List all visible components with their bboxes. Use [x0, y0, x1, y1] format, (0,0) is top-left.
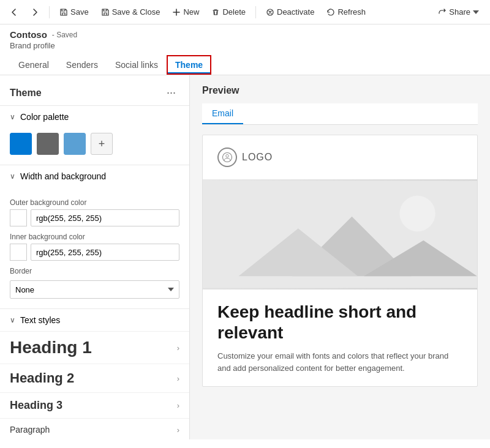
main-content: Theme ··· ∨ Color palette + ∨ Width and …	[0, 75, 490, 439]
paragraph-chevron-icon: ›	[177, 425, 179, 435]
text-styles-section: ∨ Text styles Heading 1 › Heading 2 › He…	[0, 308, 189, 439]
tab-senders[interactable]: Senders	[58, 55, 107, 75]
right-panel: Preview Email LOGO	[190, 75, 490, 439]
panel-menu-button[interactable]: ···	[163, 85, 179, 100]
save-close-button[interactable]: Save & Close	[96, 5, 165, 19]
text-styles-toggle[interactable]: ∨ Text styles	[0, 309, 189, 331]
outer-bg-label: Outer background color	[10, 198, 179, 207]
inner-bg-preview[interactable]	[10, 244, 27, 261]
text-styles-content: Heading 1 › Heading 2 › Heading 3 › Para…	[0, 331, 189, 439]
heading2-item[interactable]: Heading 2 ›	[0, 364, 189, 392]
color-palette-toggle[interactable]: ∨ Color palette	[0, 106, 189, 128]
inner-bg-row	[10, 244, 179, 261]
preview-title: Preview	[202, 85, 478, 96]
inner-bg-label: Inner background color	[10, 233, 179, 241]
left-panel: Theme ··· ∨ Color palette + ∨ Width and …	[0, 75, 190, 439]
color-palette-content: +	[0, 128, 189, 165]
email-body: Keep headline short and relevant Customi…	[203, 289, 477, 386]
toolbar-separator-1	[49, 6, 50, 18]
color-swatch-light-blue[interactable]	[64, 133, 86, 155]
brand-profile-label: Brand profile	[10, 41, 480, 50]
text-styles-label: Text styles	[20, 315, 60, 325]
new-button[interactable]: New	[167, 5, 204, 19]
chevron-down-icon-3: ∨	[10, 316, 15, 324]
logo-text: LOGO	[242, 152, 273, 163]
tabs: General Senders Social links Theme	[0, 50, 490, 75]
toolbar-separator-2	[255, 6, 256, 18]
forward-button[interactable]	[26, 6, 44, 19]
heading1-label: Heading 1	[10, 338, 92, 357]
outer-bg-row	[10, 209, 179, 226]
heading2-label: Heading 2	[10, 370, 74, 386]
color-palette-section: ∨ Color palette +	[0, 105, 189, 165]
heading2-chevron-icon: ›	[177, 374, 179, 383]
chevron-down-icon: ∨	[10, 113, 15, 121]
tab-theme[interactable]: Theme	[167, 55, 211, 75]
email-headline: Keep headline short and relevant	[217, 302, 462, 343]
paragraph-label: Paragraph	[10, 425, 50, 435]
width-background-label: Width and background	[20, 171, 106, 181]
heading3-item[interactable]: Heading 3 ›	[0, 392, 189, 418]
header: Contoso - Saved Brand profile	[0, 24, 490, 50]
heading3-label: Heading 3	[10, 399, 62, 412]
paragraph-item[interactable]: Paragraph ›	[0, 418, 189, 439]
deactivate-button[interactable]: Deactivate	[261, 5, 319, 19]
width-background-section: ∨ Width and background Outer background …	[0, 165, 189, 308]
email-header: LOGO	[203, 135, 477, 179]
svg-point-6	[399, 196, 435, 231]
heading3-chevron-icon: ›	[177, 401, 179, 410]
tab-general[interactable]: General	[10, 55, 58, 75]
heading1-chevron-icon: ›	[177, 343, 179, 353]
delete-button[interactable]: Delete	[206, 5, 251, 19]
outer-bg-preview[interactable]	[10, 209, 27, 226]
inner-bg-input[interactable]	[31, 244, 179, 261]
email-preview: LOGO Keep headline short and re	[202, 135, 478, 387]
toolbar: Save Save & Close New Delete Deactivate …	[0, 0, 490, 24]
width-background-content: Outer background color Inner background …	[0, 187, 189, 308]
back-button[interactable]	[5, 6, 23, 19]
app-name: Contoso - Saved	[10, 29, 480, 40]
preview-tabs: Email	[202, 103, 478, 125]
chevron-down-icon-2: ∨	[10, 172, 15, 181]
tab-social-links[interactable]: Social links	[107, 55, 167, 75]
hero-image	[203, 179, 477, 289]
save-button[interactable]: Save	[55, 5, 94, 19]
width-background-toggle[interactable]: ∨ Width and background	[0, 165, 189, 187]
color-swatch-gray[interactable]	[37, 133, 59, 155]
email-body-text: Customize your email with fonts and colo…	[217, 350, 462, 374]
refresh-button[interactable]: Refresh	[322, 5, 371, 19]
preview-tab-email[interactable]: Email	[202, 103, 243, 124]
color-palette-label: Color palette	[20, 112, 69, 122]
add-color-button[interactable]: +	[91, 133, 113, 155]
outer-bg-input[interactable]	[31, 209, 179, 226]
logo-icon	[217, 147, 237, 167]
panel-header: Theme ···	[0, 75, 189, 105]
heading1-item[interactable]: Heading 1 ›	[0, 331, 189, 364]
panel-title: Theme	[10, 88, 42, 99]
border-label: Border	[10, 267, 179, 275]
color-swatch-blue[interactable]	[10, 133, 32, 155]
svg-point-2	[226, 155, 229, 158]
share-button[interactable]: Share	[432, 5, 485, 19]
border-select[interactable]: None Thin Medium Thick	[10, 280, 179, 299]
